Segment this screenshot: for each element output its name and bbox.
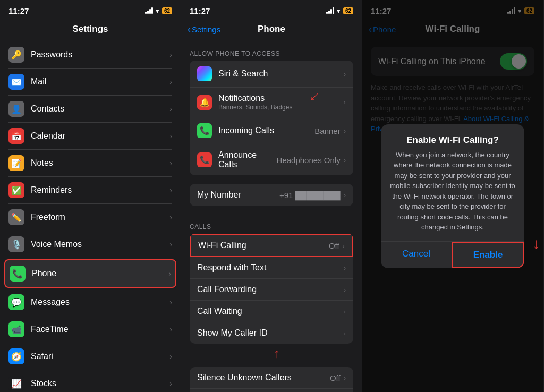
settings-item-reminders[interactable]: ✅ Reminders ›: [8, 177, 172, 204]
settings-item-label: Messages: [31, 297, 169, 307]
settings-item-label: Contacts: [31, 104, 169, 114]
wifi-calling-label: Wi-Fi Calling: [198, 241, 329, 250]
settings-list: 🔑 Passwords › ✉️ Mail › 👤 Contacts › 📅 C…: [0, 41, 181, 392]
blocked-contacts-item[interactable]: Blocked Contacts ›: [190, 389, 353, 392]
announce-calls-item[interactable]: 📞 Announce Calls Headphones Only ›: [190, 144, 353, 175]
settings-item-mail[interactable]: ✉️ Mail ›: [8, 69, 172, 96]
wifi-icon-2: ▾: [337, 7, 341, 15]
settings-item-safari[interactable]: 🧭 Safari ›: [8, 343, 172, 370]
wifi-icon: ▾: [156, 7, 159, 15]
dialog-overlay: ↓ Enable Wi-Fi Calling? When you join a …: [362, 0, 543, 392]
settings-scroll[interactable]: 🔑 Passwords › ✉️ Mail › 👤 Contacts › 📅 C…: [0, 41, 181, 392]
signal-icon: [145, 7, 153, 14]
signal-icon-2: [326, 7, 334, 14]
settings-item-label: Safari: [31, 352, 169, 361]
silence-unknown-value: Off: [330, 373, 341, 382]
time-2: 11:27: [190, 6, 210, 15]
settings-item-icon: 🔑: [8, 47, 24, 63]
respond-text-chevron: ›: [344, 264, 346, 272]
settings-item-chevron: ›: [169, 186, 172, 194]
phone-nav: ‹ Settings Phone: [181, 19, 362, 41]
incoming-calls-item[interactable]: 📞 Incoming Calls Banner ›: [190, 117, 353, 144]
notifications-subtitle: Banners, Sounds, Badges: [218, 104, 344, 111]
my-number-group: My Number +91 ████████ ›: [190, 184, 353, 206]
phone-panel: 11:27 ▾ 62 ‹ Settings Phone ALLOW PHONE …: [181, 0, 362, 392]
battery-badge-2: 62: [343, 7, 353, 14]
settings-item-label: Voice Memos: [31, 240, 169, 249]
silence-unknown-item[interactable]: Silence Unknown Callers Off ›: [190, 367, 353, 389]
allow-list-group: Siri & Search › 🔔 Notifications Banners,…: [190, 61, 353, 175]
settings-item-chevron: ›: [169, 159, 172, 167]
notifications-item[interactable]: 🔔 Notifications Banners, Sounds, Badges …: [190, 88, 353, 117]
back-to-settings[interactable]: ‹ Settings: [188, 24, 220, 34]
call-waiting-item[interactable]: Call Waiting ›: [190, 301, 353, 322]
status-bar-1: 11:27 ▾ 62: [0, 0, 181, 19]
time-1: 11:27: [8, 6, 29, 15]
settings-item-chevron: ›: [169, 213, 172, 221]
red-arrow-dialog: ↓: [533, 235, 540, 252]
settings-item-chevron: ›: [169, 78, 172, 86]
arrow-container: ↓: [181, 348, 362, 363]
wifi-calling-chevron: ›: [343, 242, 345, 250]
dialog-container: ↓ Enable Wi-Fi Calling? When you join a …: [381, 124, 524, 268]
call-forwarding-label: Call Forwarding: [197, 285, 344, 294]
status-icons-1: ▾ 62: [145, 7, 172, 15]
status-icons-2: ▾ 62: [326, 7, 353, 15]
settings-item-icon: 🎙️: [8, 236, 24, 252]
my-number-chevron: ›: [344, 191, 346, 199]
notifications-icon: 🔔: [197, 95, 212, 110]
phone-scroll[interactable]: ALLOW PHONE TO ACCESS Siri & Search › 🔔 …: [181, 41, 362, 392]
cancel-button[interactable]: Cancel: [381, 242, 452, 268]
settings-item-notes[interactable]: 📝 Notes ›: [8, 150, 172, 177]
settings-item-phone[interactable]: 📞 Phone ›: [4, 259, 176, 288]
notifications-chevron: ›: [344, 98, 346, 106]
silence-unknown-label: Silence Unknown Callers: [197, 373, 330, 382]
dialog-buttons: Cancel Enable: [381, 241, 524, 268]
settings-item-messages[interactable]: 💬 Messages ›: [8, 289, 172, 316]
settings-item-voice-memos[interactable]: 🎙️ Voice Memos ›: [8, 231, 172, 258]
settings-item-passwords[interactable]: 🔑 Passwords ›: [8, 41, 172, 69]
settings-item-icon: 📝: [8, 155, 24, 171]
dialog-content: Enable Wi-Fi Calling? When you join a ne…: [381, 124, 524, 241]
settings-nav: Settings: [0, 19, 181, 41]
settings-item-chevron: ›: [169, 298, 172, 306]
siri-icon: [197, 66, 212, 81]
siri-search-item[interactable]: Siri & Search ›: [190, 61, 353, 88]
enable-button[interactable]: Enable: [452, 242, 524, 268]
enable-wifi-dialog: Enable Wi-Fi Calling? When you join a ne…: [381, 124, 524, 268]
dialog-title: Enable Wi-Fi Calling?: [389, 135, 516, 146]
battery-badge: 62: [162, 7, 172, 14]
call-forwarding-item[interactable]: Call Forwarding ›: [190, 279, 353, 301]
settings-item-calendar[interactable]: 📅 Calendar ›: [8, 123, 172, 150]
settings-item-chevron: ›: [169, 105, 172, 113]
phone-title: Phone: [258, 24, 285, 35]
settings-item-label: FaceTime: [31, 325, 169, 334]
settings-item-label: Stocks: [31, 379, 169, 388]
back-chevron: ‹: [188, 24, 191, 34]
settings-item-chevron: ›: [169, 132, 172, 140]
settings-item-label: Notes: [31, 158, 169, 168]
settings-panel: 11:27 ▾ 62 Settings 🔑 Passwords › ✉️ Mai…: [0, 0, 181, 392]
settings-item-stocks[interactable]: 📈 Stocks ›: [8, 370, 172, 392]
settings-item-label: Freeform: [31, 212, 169, 222]
respond-text-item[interactable]: Respond with Text ›: [190, 257, 353, 279]
settings-item-chevron: ›: [169, 352, 172, 361]
settings-item-facetime[interactable]: 📹 FaceTime ›: [8, 316, 172, 343]
settings-item-icon: 📅: [8, 128, 24, 144]
show-caller-id-label: Show My Caller ID: [197, 328, 344, 338]
settings-item-contacts[interactable]: 👤 Contacts ›: [8, 96, 172, 123]
my-number-value: +91 ████████: [279, 191, 341, 200]
settings-item-icon: 💬: [8, 294, 24, 310]
calls-section-header: CALLS: [181, 215, 362, 234]
show-caller-id-item[interactable]: Show My Caller ID ›: [190, 322, 353, 344]
settings-item-freeform[interactable]: ✏️ Freeform ›: [8, 204, 172, 231]
settings-item-chevron: ›: [169, 240, 172, 249]
wifi-calling-panel: 11:27 ▾ 62 ‹ Phone Wi-Fi Calling Wi-Fi C…: [362, 0, 543, 392]
settings-item-icon: 👤: [8, 101, 24, 117]
settings-item-label: Reminders: [31, 185, 169, 195]
wifi-calling-item[interactable]: Wi-Fi Calling Off ›: [190, 234, 353, 257]
wifi-calling-value: Off: [329, 241, 339, 250]
my-number-item[interactable]: My Number +91 ████████ ›: [190, 184, 353, 206]
calls-list-group: Wi-Fi Calling Off › Respond with Text › …: [190, 234, 353, 344]
back-label: Settings: [192, 25, 220, 34]
